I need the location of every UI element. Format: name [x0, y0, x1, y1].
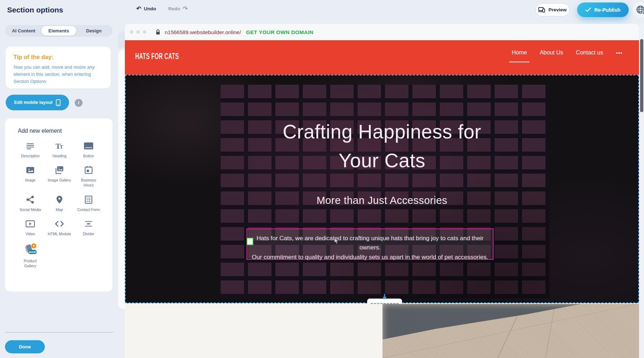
- tab-elements[interactable]: Elements: [41, 26, 76, 36]
- element-image[interactable]: Image: [16, 165, 45, 188]
- element-product-gallery[interactable]: SHOP Product Gallery: [16, 243, 45, 268]
- checkmark-icon: [585, 7, 591, 12]
- tip-title: Tip of the day:: [14, 54, 103, 60]
- canvas-rail: [118, 50, 125, 309]
- site-header[interactable]: HATS FOR CATS Home About Us Contact us •…: [125, 40, 639, 75]
- element-business-hours[interactable]: Business Hours: [74, 165, 103, 188]
- element-social-media[interactable]: Social Media: [16, 194, 45, 212]
- undo-button[interactable]: ↶ Undo: [136, 6, 156, 12]
- element-html-module[interactable]: HTML Module: [45, 219, 74, 236]
- element-label: Divider: [83, 231, 95, 236]
- selected-text-element[interactable]: Hats for Cats, we are dedicated to craft…: [247, 228, 493, 260]
- sidebar-tabs: AI Content Elements Design: [5, 25, 112, 37]
- element-label: Product Gallery: [17, 258, 43, 268]
- site-logo[interactable]: HATS FOR CATS: [135, 52, 179, 61]
- browser-chrome-bar: n1566589.websitebuilder.online/ GET YOUR…: [125, 24, 639, 40]
- mouse-cursor: [334, 238, 339, 244]
- done-button[interactable]: Done: [5, 340, 45, 353]
- element-label: Video: [26, 231, 35, 236]
- divider-icon: [83, 219, 94, 229]
- globe-status-dot: [642, 11, 644, 15]
- element-contact-form[interactable]: Contact Form: [74, 194, 103, 212]
- element-heading[interactable]: TT Heading: [45, 141, 74, 158]
- edit-mobile-label: Edit mobile layout: [14, 100, 53, 105]
- preview-label: Preview: [548, 7, 566, 12]
- tip-of-the-day-card: Tip of the day: Now you can add, move an…: [6, 47, 111, 88]
- site-nav: Home About Us Contact us •••: [512, 49, 623, 59]
- sidebar-divider: [5, 332, 113, 332]
- site-url[interactable]: n1566589.websitebuilder.online/: [165, 29, 241, 35]
- element-map[interactable]: Map: [45, 194, 74, 212]
- republish-button[interactable]: Re-Publish: [577, 2, 629, 17]
- next-section-left[interactable]: [125, 304, 382, 358]
- add-new-element-card: Add new element Description TT Heading: [5, 119, 112, 291]
- redo-label: Redo: [168, 6, 180, 11]
- element-label: Contact Form: [77, 207, 100, 212]
- hero-subheading[interactable]: More than Just Accessories: [126, 195, 638, 206]
- element-label: Business Hours: [76, 178, 101, 188]
- tab-ai-content[interactable]: AI Content: [6, 26, 41, 36]
- element-button[interactable]: Button: [74, 141, 103, 158]
- edit-mobile-layout-button[interactable]: Edit mobile layout: [6, 95, 69, 110]
- element-label: Map: [56, 207, 63, 212]
- undo-label: Undo: [144, 6, 156, 11]
- lock-icon: [155, 29, 160, 35]
- element-label: Heading: [52, 153, 66, 158]
- video-icon: [25, 219, 36, 229]
- product-gallery-icon: SHOP: [22, 243, 38, 256]
- element-label: Image: [25, 178, 35, 183]
- shop-badge: SHOP: [28, 251, 36, 254]
- svg-text:T: T: [60, 144, 63, 150]
- website-builder-app: Section options ↶ Undo Redo ↷ Preview Re…: [0, 0, 644, 358]
- republish-label: Re-Publish: [594, 7, 620, 13]
- hero-heading[interactable]: Crafting Happiness for Your Cats: [126, 117, 638, 175]
- element-image-gallery[interactable]: Image Gallery: [45, 165, 74, 188]
- element-drag-handle[interactable]: [247, 238, 253, 245]
- get-domain-link[interactable]: GET YOUR OWN DOMAIN: [246, 29, 313, 35]
- element-label: Button: [83, 153, 94, 158]
- preview-button[interactable]: Preview: [535, 3, 570, 16]
- code-icon: [54, 219, 65, 229]
- social-media-icon: [25, 194, 36, 205]
- element-label: Description: [21, 153, 40, 158]
- image-shadow: [382, 304, 603, 347]
- tip-body: Now you can add, move and resize any ele…: [14, 64, 103, 85]
- nav-more-icon[interactable]: •••: [616, 50, 623, 59]
- info-icon[interactable]: i: [75, 99, 83, 107]
- hero-section-selected[interactable]: Crafting Happiness for Your Cats More th…: [125, 75, 639, 303]
- undo-icon: ↶: [136, 6, 141, 12]
- hero-body-text[interactable]: Hats for Cats, we are dedicated to craft…: [247, 229, 493, 262]
- element-divider[interactable]: Divider: [74, 219, 103, 236]
- button-icon: [83, 141, 94, 151]
- element-video[interactable]: Video: [16, 219, 45, 236]
- add-element-title: Add new element: [5, 128, 112, 134]
- element-label: HTML Module: [48, 231, 71, 236]
- redo-button[interactable]: Redo ↷: [168, 6, 188, 12]
- language-globe-button[interactable]: [633, 2, 644, 17]
- element-label: Image Gallery: [48, 178, 71, 183]
- element-description[interactable]: Description: [16, 141, 45, 158]
- scrollbar-thumb[interactable]: [640, 39, 643, 112]
- contact-form-icon: [83, 194, 94, 205]
- hero-tile-grid: [221, 85, 549, 298]
- map-pin-icon: [54, 194, 65, 205]
- scrollbar-track[interactable]: [639, 24, 644, 358]
- image-icon: [25, 165, 36, 175]
- redo-icon: ↷: [183, 6, 188, 12]
- image-gallery-icon: [54, 165, 65, 175]
- section-options-sidebar: AI Content Elements Design Tip of the da…: [0, 0, 117, 358]
- nav-home[interactable]: Home: [512, 49, 527, 59]
- window-control-dots: [130, 30, 146, 34]
- tab-design[interactable]: Design: [76, 26, 111, 36]
- nav-about-us[interactable]: About Us: [540, 49, 563, 59]
- nav-contact-us[interactable]: Contact us: [576, 49, 603, 59]
- heading-icon: TT: [54, 141, 65, 151]
- element-label: Social Media: [20, 207, 41, 212]
- next-section-image[interactable]: [382, 304, 639, 358]
- canvas-rail-top: [118, 31, 125, 48]
- business-hours-icon: [83, 165, 94, 175]
- element-grid: Description TT Heading Button: [5, 141, 112, 268]
- description-icon: [25, 141, 36, 151]
- undo-redo-group: ↶ Undo Redo ↷: [136, 6, 188, 12]
- phone-icon: [56, 99, 60, 106]
